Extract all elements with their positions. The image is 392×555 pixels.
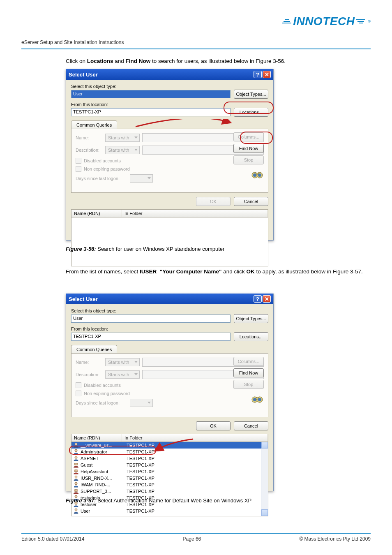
cancel-button[interactable]: Cancel bbox=[234, 197, 268, 206]
svg-point-16 bbox=[76, 470, 78, 472]
footer-edition: Edition 5.0 dated 07/01/2014 bbox=[21, 536, 84, 542]
column-name[interactable]: Name (RDN) bbox=[71, 210, 122, 217]
footer-copyright: © Mass Electronics Pty Ltd 2009 bbox=[299, 536, 371, 542]
dialog-titlebar[interactable]: Select User ? ✕ bbox=[66, 294, 273, 304]
svg-point-3 bbox=[253, 173, 256, 177]
common-queries-pane: Name: Starts with Description: Starts wi… bbox=[71, 353, 268, 417]
svg-point-4 bbox=[258, 173, 261, 177]
result-name: Guest bbox=[81, 462, 125, 467]
user-icon bbox=[73, 508, 79, 514]
svg-rect-7 bbox=[256, 398, 258, 399]
brand-logo: INNOTECH ® bbox=[282, 15, 371, 28]
brand-wordmark: INNOTECH bbox=[293, 15, 355, 28]
result-folder: TESTPC1-XP bbox=[127, 489, 154, 494]
user-icon bbox=[73, 488, 79, 494]
find-now-callout-icon bbox=[240, 132, 273, 144]
arrow-to-buttons-icon bbox=[131, 119, 238, 144]
doc-title: eServer Setup and Site Installation Inst… bbox=[21, 39, 124, 45]
name-match-dropdown: Starts with bbox=[105, 358, 140, 366]
common-queries-tab[interactable]: Common Queries bbox=[71, 120, 117, 129]
common-queries-tab[interactable]: Common Queries bbox=[71, 345, 117, 354]
description-match-dropdown: Starts with bbox=[105, 370, 140, 379]
user-icon bbox=[73, 475, 79, 481]
header-rule bbox=[21, 49, 371, 49]
from-location-label: From this location: bbox=[71, 326, 268, 331]
result-row[interactable]: GuestTESTPC1-XP bbox=[71, 462, 268, 468]
column-folder[interactable]: In Folder bbox=[122, 210, 268, 217]
result-row[interactable]: UserTESTPC1-XP bbox=[71, 508, 268, 514]
user-icon bbox=[73, 482, 79, 488]
from-location-field[interactable]: TESTPC1-XP bbox=[71, 108, 231, 116]
scroll-down-icon[interactable] bbox=[261, 509, 268, 516]
result-name: IUSR_RND-X... bbox=[81, 476, 125, 481]
close-icon[interactable]: ✕ bbox=[263, 295, 271, 303]
user-icon bbox=[73, 469, 79, 474]
description-label: Description: bbox=[76, 372, 103, 377]
binoculars-icon bbox=[251, 394, 264, 404]
days-since-logon-label: Days since last logon: bbox=[76, 400, 127, 405]
result-name: IWAM_RND-... bbox=[81, 482, 125, 487]
ok-button[interactable]: OK bbox=[196, 421, 231, 430]
name-label: Name: bbox=[76, 360, 103, 365]
result-folder: TESTPC1-XP bbox=[127, 509, 154, 513]
column-name[interactable]: Name (RDN) bbox=[71, 434, 122, 442]
object-type-field[interactable]: User bbox=[71, 90, 231, 98]
help-icon[interactable]: ? bbox=[254, 295, 262, 303]
name-label: Name: bbox=[76, 135, 103, 140]
result-row[interactable]: HelpAssistantTESTPC1-XP bbox=[71, 468, 268, 475]
page-footer: Edition 5.0 dated 07/01/2014 Page 66 © M… bbox=[21, 533, 371, 542]
result-folder: TESTPC1-XP bbox=[127, 476, 154, 481]
result-row[interactable]: IWAM_RND-...TESTPC1-XP bbox=[71, 481, 268, 488]
stop-button: Stop bbox=[233, 155, 264, 164]
scroll-up-icon[interactable] bbox=[261, 442, 268, 449]
svg-rect-2 bbox=[256, 173, 258, 175]
days-since-logon-label: Days since last logon: bbox=[76, 176, 127, 181]
svg-point-10 bbox=[75, 443, 77, 445]
find-now-button[interactable]: Find Now bbox=[233, 368, 264, 377]
result-folder: TESTPC1-XP bbox=[127, 462, 154, 467]
paragraph-1: Click on Locations and Find Now to searc… bbox=[66, 58, 369, 65]
result-name: HelpAssistant bbox=[81, 469, 125, 474]
result-row[interactable]: SUPPORT_3...TESTPC1-XP bbox=[71, 488, 268, 495]
svg-point-8 bbox=[253, 398, 256, 401]
iusr-callout-icon bbox=[69, 446, 156, 455]
stop-button: Stop bbox=[233, 380, 264, 389]
select-user-dialog-1: Select User ? ✕ Select this object type:… bbox=[66, 69, 274, 240]
object-type-label: Select this object type: bbox=[71, 308, 268, 313]
svg-point-9 bbox=[258, 398, 261, 401]
result-folder: TESTPC1-XP bbox=[127, 469, 154, 474]
figure-57-caption: Figure 3-57: Select Authentication Name … bbox=[66, 497, 251, 504]
results-list-empty bbox=[71, 217, 268, 266]
scrollbar-track[interactable] bbox=[261, 449, 268, 509]
days-since-logon-dropdown bbox=[130, 174, 153, 183]
results-header: Name (RDN) In Folder bbox=[71, 209, 268, 217]
result-row[interactable]: IUSR_RND-X...TESTPC1-XP bbox=[71, 475, 268, 481]
object-types-button[interactable]: Object Types... bbox=[234, 314, 268, 323]
description-match-dropdown: Starts with bbox=[105, 146, 140, 154]
svg-point-14 bbox=[76, 463, 78, 465]
dialog-titlebar[interactable]: Select User ? ✕ bbox=[66, 69, 273, 80]
svg-point-18 bbox=[75, 482, 77, 485]
from-location-field[interactable]: TESTPC1-XP bbox=[71, 333, 231, 341]
help-icon[interactable]: ? bbox=[254, 71, 262, 78]
find-now-button[interactable]: Find Now bbox=[233, 144, 264, 153]
dialog-title-text: Select User bbox=[69, 72, 98, 78]
locations-button[interactable]: Locations... bbox=[234, 332, 268, 341]
object-types-button[interactable]: Object Types... bbox=[234, 90, 268, 99]
footer-page: Page 66 bbox=[183, 536, 201, 542]
object-type-label: Select this object type: bbox=[71, 84, 268, 89]
result-folder: TESTPC1-XP bbox=[127, 482, 154, 487]
description-label: Description: bbox=[76, 148, 103, 153]
close-icon[interactable]: ✕ bbox=[263, 71, 271, 78]
dialog-title-text: Select User bbox=[69, 296, 98, 302]
select-user-dialog-2: Select User ? ✕ Select this object type:… bbox=[66, 294, 274, 491]
figure-56-caption: Figure 3-56: Search for user on Windows … bbox=[66, 246, 224, 252]
binoculars-icon bbox=[251, 169, 264, 179]
paragraph-2: From the list of names, select IUSER_"Yo… bbox=[66, 268, 369, 275]
cancel-button[interactable]: Cancel bbox=[234, 421, 268, 430]
user-icon bbox=[73, 462, 79, 468]
object-type-field[interactable]: User bbox=[71, 314, 231, 323]
result-name: SUPPORT_3... bbox=[81, 489, 125, 494]
user-icon bbox=[73, 456, 79, 461]
svg-point-17 bbox=[75, 476, 77, 478]
